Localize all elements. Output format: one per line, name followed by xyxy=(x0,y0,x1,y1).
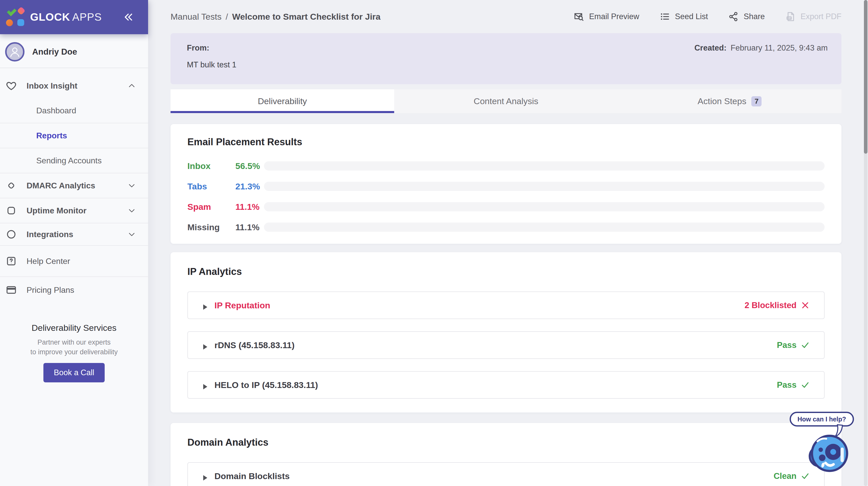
sidebar-item-pricing-plans[interactable]: Pricing Plans xyxy=(0,277,148,303)
breadcrumb: Manual Tests / Welcome to Smart Checklis… xyxy=(170,12,381,22)
sidebar-item-integrations[interactable]: Integrations xyxy=(0,223,148,246)
caret-right-icon xyxy=(203,302,208,309)
chat-bubble[interactable]: How can I help? xyxy=(789,412,854,426)
sidebar-item-inbox-insight[interactable]: Inbox Insight xyxy=(0,73,148,98)
sidebar-item-sending-accounts[interactable]: Sending Accounts xyxy=(0,148,148,173)
caret-right-icon xyxy=(203,382,208,388)
diamond-icon xyxy=(6,180,17,191)
glockapps-logo-icon xyxy=(6,7,25,27)
action-export-pdf: PDFExport PDF xyxy=(785,11,841,22)
placement-bar-track xyxy=(264,223,825,232)
topbar: Manual Tests / Welcome to Smart Checklis… xyxy=(170,0,841,33)
sidebar-item-label: Dashboard xyxy=(36,106,76,116)
tab-deliverability[interactable]: Deliverability xyxy=(170,89,394,113)
analytics-row-helo-to-ip-45-158-83-11[interactable]: HELO to IP (45.158.83.11)Pass xyxy=(187,371,825,399)
analytics-row-label: rDNS (45.158.83.11) xyxy=(214,340,294,350)
tab-content-analysis[interactable]: Content Analysis xyxy=(394,89,618,113)
sidebar-item-uptime-monitor[interactable]: Uptime Monitor xyxy=(0,198,148,223)
domain-analytics-card: Domain Analytics Domain BlocklistsClean xyxy=(170,423,841,486)
heart-icon xyxy=(6,80,17,91)
analytics-row-ip-reputation[interactable]: IP Reputation2 Blocklisted xyxy=(187,291,825,319)
square-icon xyxy=(6,205,17,216)
analytics-row-label: IP Reputation xyxy=(214,300,270,311)
promo-line-2: to improve your deliverability xyxy=(0,347,148,357)
share-icon xyxy=(728,11,739,22)
from-value: MT bulk test 1 xyxy=(187,59,237,70)
analytics-row-label: HELO to IP (45.158.83.11) xyxy=(214,380,318,390)
placement-value: 11.1% xyxy=(236,222,264,232)
avatar xyxy=(5,42,25,62)
sidebar-item-label: Reports xyxy=(36,131,67,140)
promo-block: Deliverability Services Partner with our… xyxy=(0,323,148,382)
tab-action-steps[interactable]: Action Steps7 xyxy=(618,89,841,113)
svg-text:PDF: PDF xyxy=(787,17,792,20)
from-block: From: MT bulk test 1 xyxy=(187,42,237,84)
ip-analytics-card: IP Analytics IP Reputation2 Blocklistedr… xyxy=(170,252,841,413)
tab-label: Deliverability xyxy=(258,96,307,106)
breadcrumb-parent[interactable]: Manual Tests xyxy=(170,12,222,22)
placement-bar-track xyxy=(264,182,825,191)
sidebar-item-label: Inbox Insight xyxy=(27,81,78,91)
action-seed-list[interactable]: Seed List xyxy=(660,11,708,22)
user-name: Andriy Doe xyxy=(32,47,77,57)
sidebar-item-dashboard[interactable]: Dashboard xyxy=(0,98,148,123)
placement-label: Tabs xyxy=(187,182,236,191)
placement-label: Inbox xyxy=(187,161,236,171)
status-label: 2 Blocklisted xyxy=(744,300,797,310)
sidebar-item-label: Sending Accounts xyxy=(36,156,102,165)
breadcrumb-current: Welcome to Smart Checklist for Jira xyxy=(232,12,380,22)
placement-label: Spam xyxy=(187,202,236,212)
status-label: Pass xyxy=(777,380,797,390)
export-pdf-icon: PDF xyxy=(785,11,796,22)
sidebar-item-help-center[interactable]: Help Center xyxy=(0,246,148,277)
domain-analytics-rows: Domain BlocklistsClean xyxy=(187,462,825,486)
logo-text-bold: GLOCK xyxy=(30,11,70,23)
cross-icon xyxy=(801,301,809,310)
user-block[interactable]: Andriy Doe xyxy=(0,34,148,68)
sidebar-item-dmarc-analytics[interactable]: DMARC Analytics xyxy=(0,173,148,198)
promo-title: Deliverability Services xyxy=(0,323,148,333)
placement-bar-track xyxy=(264,202,825,212)
sidebar-item-reports[interactable]: Reports xyxy=(0,123,148,148)
action-email-preview[interactable]: Email Preview xyxy=(574,11,639,22)
analytics-row-rdns-45-158-83-11[interactable]: rDNS (45.158.83.11)Pass xyxy=(187,331,825,359)
tab-label: Content Analysis xyxy=(473,96,538,106)
chat-bubble-tail-icon xyxy=(835,424,844,438)
sidebar-nav: Inbox InsightDashboardReportsSending Acc… xyxy=(0,68,148,303)
analytics-row-domain-blocklists[interactable]: Domain BlocklistsClean xyxy=(187,462,825,486)
tab-badge: 7 xyxy=(751,96,762,106)
sidebar-item-label: Help Center xyxy=(27,257,70,266)
scrollbar-thumb[interactable] xyxy=(864,0,867,154)
domain-analytics-title: Domain Analytics xyxy=(187,437,825,448)
analytics-row-label: Domain Blocklists xyxy=(214,471,290,481)
circle-icon xyxy=(6,229,17,240)
chevron-down-icon xyxy=(128,206,136,215)
sidebar-header: GLOCKAPPS xyxy=(0,0,148,34)
created-block: Created: February 11, 2025, 9:43 am xyxy=(694,42,828,84)
breadcrumb-separator: / xyxy=(226,12,228,22)
analytics-row-title: IP Reputation xyxy=(203,300,270,311)
sidebar-collapse-icon[interactable] xyxy=(124,12,134,22)
sidebar-item-label: Uptime Monitor xyxy=(27,206,87,216)
chat-mascot-icon[interactable] xyxy=(806,432,850,476)
chevron-down-icon xyxy=(128,230,136,238)
sidebar-item-label: DMARC Analytics xyxy=(27,181,95,190)
topbar-actions: Email PreviewSeed ListSharePDFExport PDF xyxy=(574,11,841,22)
placement-rows: Inbox56.5%Tabs21.3%Spam11.1%Missing11.1% xyxy=(187,156,825,237)
tab-label: Action Steps xyxy=(698,96,746,106)
placement-row-tabs: Tabs21.3% xyxy=(187,176,825,197)
status-badge: 2 Blocklisted xyxy=(744,300,809,310)
placement-row-missing: Missing11.1% xyxy=(187,217,825,237)
analytics-row-title: HELO to IP (45.158.83.11) xyxy=(203,380,318,390)
placement-row-inbox: Inbox56.5% xyxy=(187,156,825,176)
book-a-call-button[interactable]: Book a Call xyxy=(43,363,105,382)
chevron-up-icon xyxy=(128,82,136,90)
placement-value: 11.1% xyxy=(236,202,264,212)
action-share[interactable]: Share xyxy=(728,11,765,22)
created-label: Created: xyxy=(694,42,726,84)
email-placement-card: Email Placement Results Inbox56.5%Tabs21… xyxy=(170,124,841,244)
caret-right-icon xyxy=(203,342,208,348)
seed-list-icon xyxy=(660,11,670,22)
check-icon xyxy=(801,381,809,389)
logo-text-light: APPS xyxy=(72,11,102,23)
